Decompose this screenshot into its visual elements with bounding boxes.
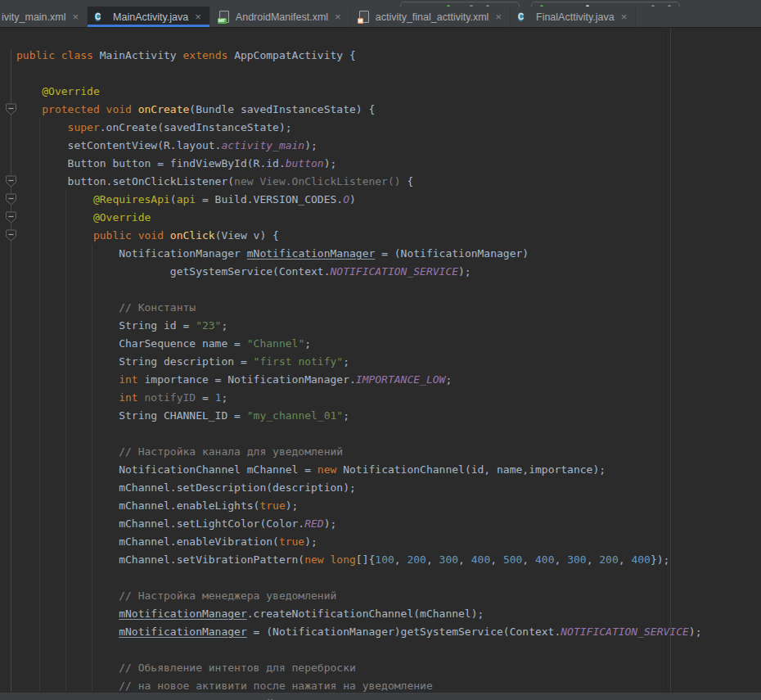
- code-line[interactable]: @Override: [0, 209, 761, 227]
- code-line[interactable]: // Настройка менеджера уведомлений: [0, 587, 761, 605]
- code-line[interactable]: NotificationManager mNotificationManager…: [0, 245, 761, 263]
- close-icon[interactable]: ×: [195, 11, 201, 22]
- code-line[interactable]: int notifyID = 1;: [0, 389, 761, 407]
- code-line[interactable]: mChannel.setLightColor(Color.RED);: [0, 515, 761, 533]
- close-icon[interactable]: ×: [495, 11, 502, 22]
- tab-label: activity_final_acttivity.xml: [376, 11, 489, 23]
- close-icon[interactable]: ×: [621, 11, 628, 22]
- code-line[interactable]: setContentView(R.layout.activity_main);: [0, 137, 761, 155]
- bottom-tool-window-bar: ▱ ≡TODO◎Problems▣Terminal▤Logcat⚒Build◔P…: [0, 692, 761, 700]
- code-line[interactable]: mChannel.setVibrationPattern(new long[]{…: [0, 551, 761, 569]
- tab-label: ivity_main.xml: [2, 11, 66, 23]
- fold-collapse-icon[interactable]: [5, 103, 17, 116]
- class-icon: C: [518, 11, 531, 24]
- code-line[interactable]: mNotificationManager = (NotificationMana…: [0, 623, 761, 641]
- code-line[interactable]: super.onCreate(savedInstanceState);: [0, 119, 761, 137]
- code-line[interactable]: NotificationChannel mChannel = new Notif…: [0, 461, 761, 479]
- class-icon: C: [95, 11, 108, 24]
- code-line[interactable]: // Обьявление интентов для переброски: [0, 659, 761, 677]
- layout-xml-icon: ▤: [358, 11, 371, 24]
- code-line[interactable]: String id = "23";: [0, 317, 761, 335]
- code-line[interactable]: Button button = findViewById(R.id.button…: [0, 155, 761, 173]
- code-line[interactable]: String description = "first notify";: [0, 353, 761, 371]
- manifest-icon: MF: [218, 11, 231, 24]
- tab-label: MainActivity.java: [113, 11, 188, 23]
- code-line[interactable]: [0, 641, 761, 659]
- code-line[interactable]: int importance = NotificationManager.IMP…: [0, 371, 761, 389]
- code-line[interactable]: [0, 569, 761, 587]
- code-line[interactable]: mChannel.enableLights(true);: [0, 497, 761, 515]
- top-toolbar-strip: [0, 0, 761, 7]
- close-icon[interactable]: ×: [335, 11, 341, 22]
- code-line[interactable]: button.setOnClickListener(new View.OnCli…: [0, 173, 761, 191]
- tab-ivity_main.xml[interactable]: ivity_main.xml×: [0, 7, 88, 27]
- tab-MainActivity.java[interactable]: CMainActivity.java×: [88, 7, 210, 27]
- code-line[interactable]: public class MainActivity extends AppCom…: [0, 47, 761, 65]
- editor-tab-bar: ivity_main.xml×CMainActivity.java×MFAndr…: [0, 7, 761, 28]
- code-line[interactable]: [0, 425, 761, 443]
- close-icon[interactable]: ×: [73, 11, 79, 22]
- code-line[interactable]: // Константы: [0, 299, 761, 317]
- code-line[interactable]: CharSequence name = "Channel";: [0, 335, 761, 353]
- code-line[interactable]: protected void onCreate(Bundle savedInst…: [0, 101, 761, 119]
- tab-AndroidManifest.xml[interactable]: MFAndroidManifest.xml×: [210, 7, 350, 27]
- code-line[interactable]: [0, 65, 761, 83]
- code-area[interactable]: public class MainActivity extends AppCom…: [0, 47, 761, 692]
- tab-label: AndroidManifest.xml: [236, 11, 328, 23]
- fold-collapse-icon[interactable]: [5, 229, 17, 242]
- code-line[interactable]: [0, 281, 761, 299]
- code-line[interactable]: String CHANNEL_ID = "my_channel_01";: [0, 407, 761, 425]
- code-line[interactable]: mNotificationManager.createNotificationC…: [0, 605, 761, 623]
- code-line[interactable]: mChannel.enableVibration(true);: [0, 533, 761, 551]
- tab-activity_final_acttivity.xml[interactable]: ▤activity_final_acttivity.xml×: [350, 7, 511, 27]
- code-editor[interactable]: public class MainActivity extends AppCom…: [0, 28, 761, 692]
- code-line[interactable]: public void onClick(View v) {: [0, 227, 761, 245]
- tab-label: FinalActtivity.java: [536, 11, 615, 23]
- code-line[interactable]: // Настройка канала для уведомлений: [0, 443, 761, 461]
- code-line[interactable]: @RequiresApi(api = Build.VERSION_CODES.O…: [0, 191, 761, 209]
- fold-collapse-icon[interactable]: [5, 211, 17, 224]
- code-line[interactable]: // на новое активити после нажатия на ув…: [0, 677, 761, 692]
- fold-collapse-icon[interactable]: [5, 193, 17, 206]
- code-line[interactable]: getSystemService(Context.NOTIFICATION_SE…: [0, 263, 761, 281]
- code-line[interactable]: mChannel.setDescription(description);: [0, 479, 761, 497]
- tab-FinalActtivity.java[interactable]: CFinalActtivity.java×: [511, 7, 636, 27]
- fold-collapse-icon[interactable]: [5, 175, 17, 188]
- code-line[interactable]: @Override: [0, 83, 761, 101]
